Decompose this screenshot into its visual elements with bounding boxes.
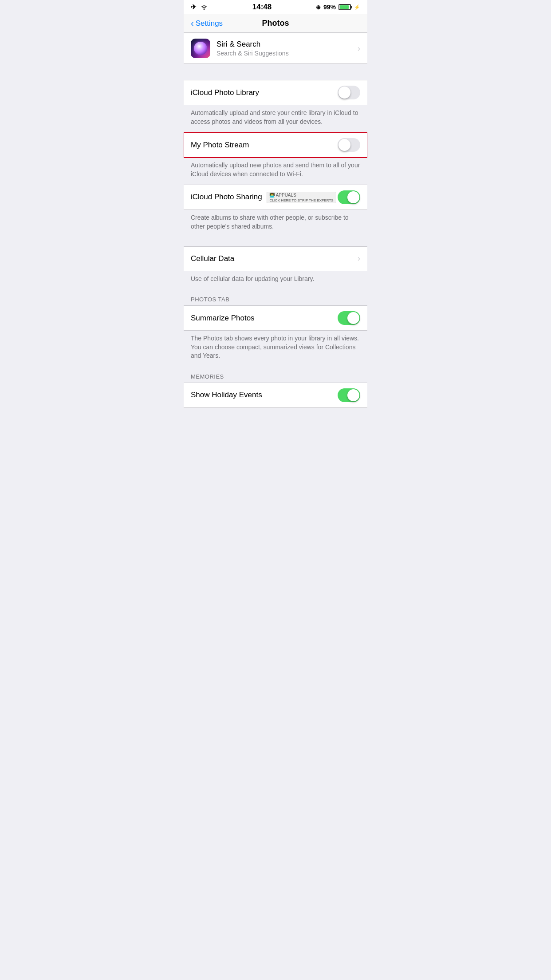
holiday-events-content: Show Holiday Events [191,391,338,399]
photo-stream-content: My Photo Stream [191,141,338,150]
summarize-photos-description: The Photos tab shows every photo in your… [184,331,367,367]
photo-sharing-description: Create albums to share with other people… [184,210,367,237]
cellular-chevron-icon: › [358,254,360,263]
photo-stream-toggle[interactable] [338,138,360,152]
bolt-icon: ⚡ [354,4,360,10]
page-title: Photos [262,19,289,28]
back-chevron-icon: ‹ [191,18,194,28]
location-icon: ⊕ [316,4,321,11]
photo-sharing-toggle[interactable] [338,190,360,204]
airplane-icon: ✈ [191,3,197,11]
siri-orb [194,42,207,55]
siri-chevron-icon: › [358,44,360,53]
icloud-library-toggle-thumb [338,87,350,99]
appuals-logo: 👨‍💻 APPUALSCLICK HERE TO STRIP THE EXPER… [267,192,336,203]
battery-icon [338,4,351,10]
siri-search-row[interactable]: Siri & Search Search & Siri Suggestions … [184,33,367,64]
icloud-photo-library-row[interactable]: iCloud Photo Library [184,80,367,105]
photo-sharing-title: iCloud Photo Sharing 👨‍💻 APPUALSCLICK HE… [191,192,338,203]
battery-percent: 99% [323,4,336,11]
status-bar: ✈ 14:48 ⊕ 99% ⚡ [184,0,367,14]
summarize-photos-content: Summarize Photos [191,314,338,323]
wifi-icon [200,4,208,10]
siri-row-title: Siri & Search [216,40,354,49]
holiday-events-title: Show Holiday Events [191,391,338,399]
back-button[interactable]: ‹ Settings [191,18,223,28]
settings-content: Siri & Search Search & Siri Suggestions … [184,33,367,408]
battery-fill [340,5,349,9]
back-label: Settings [196,19,223,28]
cellular-data-content: Cellular Data [191,254,354,263]
show-holiday-events-row[interactable]: Show Holiday Events [184,383,367,408]
photos-tab-label: PHOTOS TAB [191,296,229,303]
icloud-library-title: iCloud Photo Library [191,88,338,97]
status-time: 14:48 [252,3,272,12]
appuals-badge: 👨‍💻 APPUALSCLICK HERE TO STRIP THE EXPER… [267,192,336,203]
nav-bar: ‹ Settings Photos [184,14,367,33]
cellular-data-row[interactable]: Cellular Data › [184,246,367,271]
summarize-photos-title: Summarize Photos [191,314,338,323]
svg-point-0 [204,8,205,10]
memories-section-header: MEMORIES [184,367,367,383]
section-gap-1 [184,64,367,80]
holiday-events-toggle[interactable] [338,388,360,402]
siri-row-subtitle: Search & Siri Suggestions [216,50,354,57]
icloud-photo-sharing-row[interactable]: iCloud Photo Sharing 👨‍💻 APPUALSCLICK HE… [184,185,367,210]
status-right-icons: ⊕ 99% ⚡ [316,4,360,11]
photo-sharing-toggle-thumb [347,191,359,203]
siri-row-content: Siri & Search Search & Siri Suggestions [216,40,354,57]
summarize-photos-toggle[interactable] [338,311,360,325]
photo-stream-title: My Photo Stream [191,141,338,150]
icloud-library-toggle[interactable] [338,86,360,99]
battery-tip [351,6,352,8]
photo-stream-description: Automatically upload new photos and send… [184,158,367,185]
icloud-library-description: Automatically upload and store your enti… [184,105,367,132]
memories-label: MEMORIES [191,373,224,380]
section-gap-2 [184,237,367,246]
photos-tab-section-header: PHOTOS TAB [184,289,367,305]
cellular-data-description: Use of cellular data for updating your L… [184,271,367,290]
photo-stream-toggle-thumb [338,139,350,151]
siri-icon [191,39,210,58]
my-photo-stream-row[interactable]: My Photo Stream [184,132,367,158]
summarize-photos-toggle-thumb [347,312,359,324]
status-left-icons: ✈ [191,3,208,11]
icloud-library-content: iCloud Photo Library [191,88,338,97]
summarize-photos-row[interactable]: Summarize Photos [184,305,367,331]
cellular-data-title: Cellular Data [191,254,354,263]
holiday-events-toggle-thumb [347,389,359,401]
photo-sharing-content: iCloud Photo Sharing 👨‍💻 APPUALSCLICK HE… [191,192,338,203]
